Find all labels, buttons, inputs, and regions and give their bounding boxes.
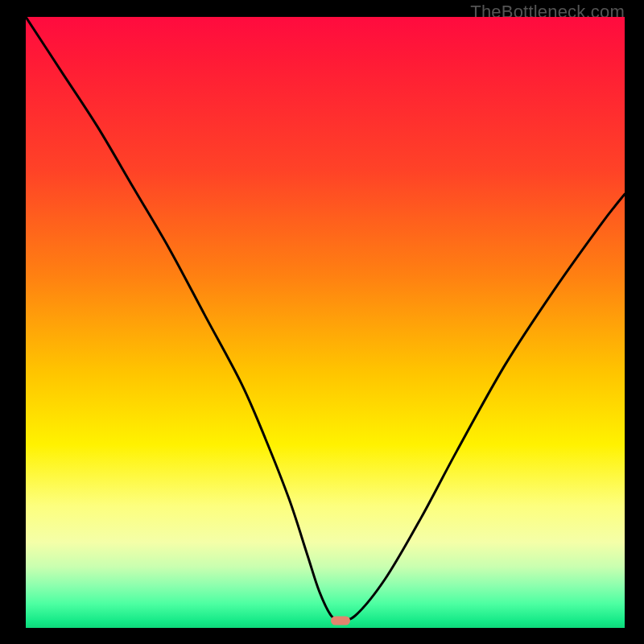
optimal-marker	[331, 616, 350, 625]
chart-stage: TheBottleneck.com	[0, 0, 644, 644]
curve-path	[26, 17, 625, 620]
bottleneck-curve	[26, 17, 625, 628]
chart-plot-area	[26, 17, 625, 628]
